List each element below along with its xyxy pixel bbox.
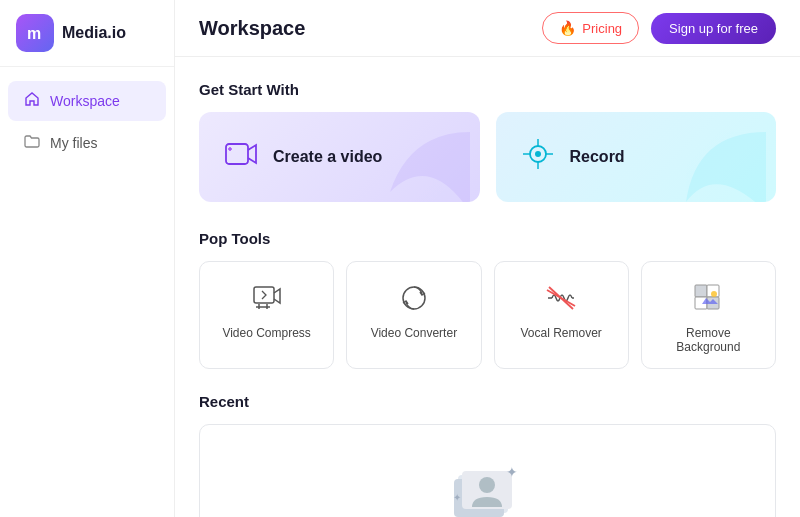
get-start-title: Get Start With <box>199 81 776 98</box>
logo-name: Media.io <box>62 24 126 42</box>
remove-background-icon <box>692 282 724 314</box>
content-area: Get Start With Create a video <box>175 57 800 517</box>
recent-box: ✦ ✦ Log in to see your projects <box>199 424 776 517</box>
home-icon <box>24 91 40 111</box>
svg-point-18 <box>711 291 717 297</box>
record-label: Record <box>570 148 625 166</box>
logo-icon: m <box>16 14 54 52</box>
vocal-remover-icon <box>545 282 577 314</box>
sidebar-item-workspace-label: Workspace <box>50 93 120 109</box>
app-logo: m Media.io <box>0 0 174 67</box>
video-converter-icon <box>398 282 430 314</box>
sidebar-nav: Workspace My files <box>0 67 174 177</box>
pop-tools-title: Pop Tools <box>199 230 776 247</box>
signup-button[interactable]: Sign up for free <box>651 13 776 44</box>
svg-point-4 <box>535 151 541 157</box>
video-converter-label: Video Converter <box>371 326 458 340</box>
video-converter-card[interactable]: Video Converter <box>346 261 481 369</box>
pricing-button[interactable]: 🔥 Pricing <box>542 12 639 44</box>
vocal-remover-card[interactable]: Vocal Remover <box>494 261 629 369</box>
create-video-icon <box>223 136 259 179</box>
svg-text:m: m <box>27 25 41 42</box>
main-content: Workspace 🔥 Pricing Sign up for free Get… <box>175 0 800 517</box>
svg-text:✦: ✦ <box>453 492 461 503</box>
create-video-card[interactable]: Create a video <box>199 112 480 202</box>
record-card[interactable]: Record <box>496 112 777 202</box>
svg-text:✦: ✦ <box>506 464 518 480</box>
vocal-remover-label: Vocal Remover <box>520 326 601 340</box>
page-title: Workspace <box>199 17 305 40</box>
empty-illustration: ✦ ✦ <box>448 455 528 517</box>
pop-tools-section: Pop Tools Video Compress <box>199 230 776 369</box>
record-icon <box>520 136 556 179</box>
remove-background-card[interactable]: Remove Background <box>641 261 776 369</box>
svg-point-9 <box>403 287 425 309</box>
video-compress-label: Video Compress <box>222 326 311 340</box>
sidebar-item-myfiles[interactable]: My files <box>8 123 166 163</box>
recent-section: Recent ✦ ✦ <box>199 393 776 517</box>
tools-grid: Video Compress Video Converter <box>199 261 776 369</box>
topbar-actions: 🔥 Pricing Sign up for free <box>542 12 776 44</box>
fire-icon: 🔥 <box>559 20 576 36</box>
svg-rect-14 <box>695 285 707 297</box>
create-video-label: Create a video <box>273 148 382 166</box>
svg-rect-5 <box>254 287 274 303</box>
sidebar-item-myfiles-label: My files <box>50 135 97 151</box>
get-start-section: Get Start With Create a video <box>199 81 776 202</box>
start-cards: Create a video Record <box>199 112 776 202</box>
video-compress-card[interactable]: Video Compress <box>199 261 334 369</box>
sidebar-item-workspace[interactable]: Workspace <box>8 81 166 121</box>
recent-title: Recent <box>199 393 776 410</box>
svg-point-22 <box>479 477 495 493</box>
remove-background-label: Remove Background <box>654 326 763 354</box>
topbar: Workspace 🔥 Pricing Sign up for free <box>175 0 800 57</box>
video-compress-icon <box>251 282 283 314</box>
sidebar: m Media.io Workspace My files <box>0 0 175 517</box>
folder-icon <box>24 133 40 153</box>
